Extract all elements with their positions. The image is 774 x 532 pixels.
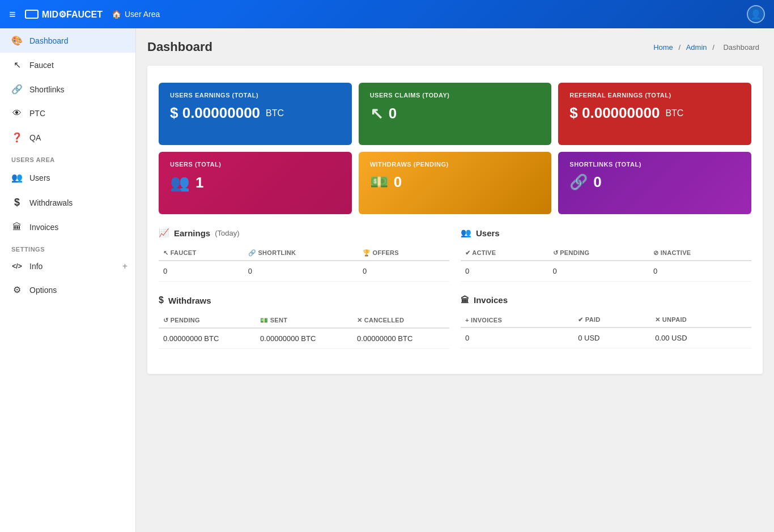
inv-unpaid-icon: ✕ [655, 316, 660, 323]
sidebar-label-invoices: Invoices [29, 223, 58, 232]
main-content: Dashboard Home / Admin / Dashboard USERS… [136, 28, 774, 532]
sidebar-label-qa: QA [29, 133, 41, 142]
withdrawals-icon: $ [11, 197, 23, 208]
earnings-table: ↖ FAUCET 🔗 SHORTLINK 🏆 OFFERS 0 0 0 [159, 246, 449, 282]
sidebar-item-info[interactable]: </> Info + [0, 255, 135, 278]
card-shortlinks-total-label: SHORTLINKS (TOTAL) [569, 161, 740, 168]
faucet-col-icon: ↖ [163, 249, 168, 256]
offers-col-icon: 🏆 [363, 249, 371, 256]
withdraws-icon: 💵 [370, 173, 388, 191]
card-users-claims-label: USERS CLAIMS (TODAY) [370, 92, 541, 99]
withdraws-col-cancelled: ✕ CANCELLED [352, 313, 449, 328]
card-users-claims-value: ↖ 0 [370, 104, 541, 123]
sidebar-label-dashboard: Dashboard [29, 36, 69, 45]
users-col-pending: ↺ PENDING [548, 246, 649, 261]
sections-row-1: 📈 Earnings (Today) ↖ FAUCET 🔗 SHORTLINK … [159, 228, 751, 282]
card-users-claims-amount: 0 [389, 105, 397, 122]
sidebar-item-faucet[interactable]: ↖ Faucet [0, 53, 135, 77]
w-sent-icon: 💵 [260, 317, 268, 324]
card-referral-earnings: REFERRAL EARNINGS (TOTAL) $ 0.00000000 B… [558, 83, 751, 145]
earnings-subtitle: (Today) [215, 229, 239, 237]
withdraws-cancelled-val: 0.00000000 BTC [352, 328, 449, 349]
user-avatar[interactable]: 👤 [747, 5, 765, 23]
invoices-table: + INVOICES ✔ PAID ✕ UNPAID 0 0 USD 0.00 … [461, 313, 751, 348]
card-referral-earnings-value: $ 0.00000000 BTC [569, 104, 740, 122]
claims-cursor-icon: ↖ [370, 104, 383, 123]
inactive-col-icon: ⊘ [653, 249, 658, 256]
breadcrumb-home[interactable]: Home [653, 43, 673, 52]
sidebar-label-options: Options [29, 286, 57, 295]
card-withdraws-pending-label: WITHDRAWS (PENDING) [370, 161, 541, 168]
stat-cards: USERS EARNINGS (TOTAL) $ 0.00000000 BTC … [159, 83, 751, 214]
users-table: ✔ ACTIVE ↺ PENDING ⊘ INACTIVE 0 0 0 [461, 246, 751, 282]
withdraws-col-sent: 💵 SENT [256, 313, 352, 328]
sidebar-item-ptc[interactable]: 👁 PTC [0, 101, 135, 125]
dashboard-container: USERS EARNINGS (TOTAL) $ 0.00000000 BTC … [147, 66, 763, 374]
card-referral-earnings-label: REFERRAL EARNINGS (TOTAL) [569, 92, 740, 99]
sidebar-item-invoices[interactable]: 🏛 Invoices [0, 215, 135, 239]
sidebar-item-options[interactable]: ⚙ Options [0, 278, 135, 302]
sidebar: 🎨 Dashboard ↖ Faucet 🔗 Shortlinks 👁 PTC … [0, 28, 136, 532]
settings-section: SETTINGS [0, 239, 135, 255]
card-shortlinks-total-amount: 0 [593, 173, 601, 191]
invoices-section-icon: 🏛 [461, 295, 469, 305]
earnings-col-faucet: ↖ FAUCET [159, 246, 244, 261]
user-area: 🏠 User Area [112, 10, 160, 19]
invoices-section-title: 🏛 Invoices [461, 295, 751, 305]
earnings-offers-val: 0 [358, 261, 449, 282]
withdraws-pending-val: 0.00000000 BTC [159, 328, 256, 349]
shortlinks-icon: 🔗 [11, 84, 23, 95]
users-area-section: USERS AREA [0, 150, 135, 165]
earnings-section: 📈 Earnings (Today) ↖ FAUCET 🔗 SHORTLINK … [159, 228, 449, 282]
invoices-row: 0 0 USD 0.00 USD [461, 327, 751, 348]
w-cancelled-icon: ✕ [357, 317, 362, 324]
card-users-total-label: USERS (TOTAL) [170, 161, 341, 168]
withdraws-section-icon: $ [159, 295, 164, 305]
earnings-faucet-val: 0 [159, 261, 244, 282]
sections-row-2: $ Withdraws ↺ PENDING 💵 SENT ✕ CANCELLED [159, 295, 751, 349]
card-users-earnings-value: $ 0.00000000 BTC [170, 104, 341, 122]
card-users-total-value: 👥 1 [170, 173, 341, 192]
sidebar-item-users[interactable]: 👥 Users [0, 165, 135, 190]
card-users-earnings: USERS EARNINGS (TOTAL) $ 0.00000000 BTC [159, 83, 352, 145]
inv-invoices-icon: + [465, 317, 469, 324]
users-active-val: 0 [461, 261, 548, 282]
sidebar-label-ptc: PTC [29, 109, 45, 118]
card-withdraws-pending-amount: 0 [394, 173, 402, 191]
invoices-icon: 🏛 [11, 222, 23, 232]
sidebar-item-dashboard[interactable]: 🎨 Dashboard [0, 28, 135, 53]
earnings-col-offers: 🏆 OFFERS [358, 246, 449, 261]
card-shortlinks-total: SHORTLINKS (TOTAL) 🔗 0 [558, 152, 751, 214]
card-users-earnings-currency: BTC [266, 108, 284, 118]
page-title: Dashboard [147, 40, 212, 54]
invoices-section: 🏛 Invoices + INVOICES ✔ PAID ✕ UNPAID [461, 295, 751, 349]
users-col-active: ✔ ACTIVE [461, 246, 548, 261]
breadcrumb: Home / Admin / Dashboard [653, 43, 763, 52]
options-icon: ⚙ [11, 284, 23, 295]
menu-icon[interactable]: ≡ [9, 8, 16, 21]
active-col-icon: ✔ [465, 249, 470, 256]
withdraws-sent-val: 0.00000000 BTC [256, 328, 352, 349]
breadcrumb-sep1: / [678, 43, 682, 52]
card-users-earnings-label: USERS EARNINGS (TOTAL) [170, 92, 341, 99]
topbar-left: ≡ MID⚙FAUCET 🏠 User Area [9, 8, 160, 21]
invoices-col-paid: ✔ PAID [573, 313, 650, 327]
sidebar-item-qa[interactable]: ❓ QA [0, 125, 135, 150]
card-withdraws-pending: WITHDRAWS (PENDING) 💵 0 [359, 152, 552, 214]
sidebar-item-withdrawals[interactable]: $ Withdrawals [0, 190, 135, 215]
users-icon: 👥 [11, 172, 23, 183]
earnings-title-text: Earnings [174, 228, 210, 238]
users-section-icon: 👥 [461, 228, 471, 238]
logo: MID⚙FAUCET [25, 9, 103, 20]
card-referral-earnings-currency: BTC [665, 108, 683, 118]
withdraws-section-title: $ Withdraws [159, 295, 449, 305]
breadcrumb-admin[interactable]: Admin [686, 43, 707, 52]
card-users-total: USERS (TOTAL) 👥 1 [159, 152, 352, 214]
topbar: ≡ MID⚙FAUCET 🏠 User Area 👤 [0, 0, 774, 28]
dashboard-icon: 🎨 [11, 35, 23, 46]
sidebar-item-shortlinks[interactable]: 🔗 Shortlinks [0, 77, 135, 101]
invoices-paid-val: 0 USD [573, 327, 650, 348]
info-plus-button[interactable]: + [122, 261, 127, 271]
sidebar-label-withdrawals: Withdrawals [29, 198, 73, 207]
logo-text: MID⚙FAUCET [42, 9, 103, 20]
